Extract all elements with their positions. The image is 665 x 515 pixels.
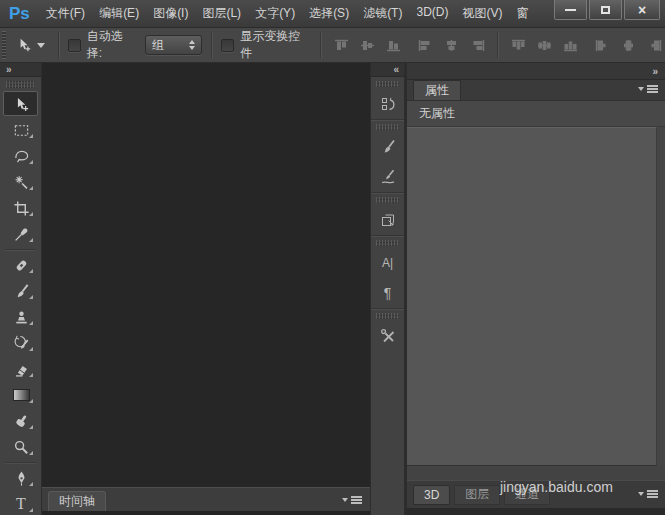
dock-divider [371, 192, 404, 193]
dock-expand-button[interactable]: « [371, 63, 404, 77]
align-right-edges-button[interactable] [466, 34, 488, 56]
dock-grip[interactable] [376, 124, 399, 130]
tool-crop[interactable] [0, 195, 42, 221]
distribute-top-edges-icon [510, 39, 527, 52]
dock-divider [371, 119, 404, 120]
brush-presets-panel-button[interactable] [371, 162, 404, 192]
tab-properties[interactable]: 属性 [413, 80, 461, 100]
tool-spot-healing-brush[interactable] [0, 252, 42, 278]
character-panel-button[interactable]: A| [371, 248, 404, 278]
menu-filter[interactable]: 滤镜(T) [363, 5, 402, 22]
distribute-horizontal-centers-button[interactable] [617, 34, 639, 56]
tool-move[interactable] [0, 91, 42, 117]
layer-comps-panel-button[interactable] [371, 205, 404, 235]
history-brush-icon [13, 335, 30, 352]
tool-lasso[interactable] [0, 143, 42, 169]
distribute-top-edges-button[interactable] [507, 34, 529, 56]
tool-presets-panel-button[interactable] [371, 321, 404, 351]
auto-select-scope-value: 组 [152, 37, 164, 54]
options-bar-grip[interactable] [2, 31, 6, 59]
tab-3d[interactable]: 3D [413, 485, 450, 505]
align-vertical-centers-button[interactable] [356, 34, 378, 56]
dock-divider [371, 308, 404, 309]
tool-eraser[interactable] [0, 356, 42, 382]
align-horizontal-centers-button[interactable] [440, 34, 462, 56]
align-top-edges-button[interactable] [330, 34, 352, 56]
close-icon: × [638, 2, 646, 18]
tool-brush[interactable] [0, 278, 42, 304]
distribute-left-edges-button[interactable] [591, 34, 613, 56]
tool-history-brush[interactable] [0, 330, 42, 356]
timeline-panel-bar: 时间轴 [42, 487, 370, 511]
minimize-button[interactable] [554, 0, 587, 20]
tab-timeline[interactable]: 时间轴 [48, 491, 106, 512]
bottom-panel-menu-icon[interactable] [638, 490, 658, 498]
dock-grip[interactable] [376, 81, 399, 87]
show-transform-label: 显示变换控件 [240, 28, 311, 62]
properties-tabbar: 属性 [407, 80, 665, 101]
brush-panel-button[interactable] [371, 132, 404, 162]
tab-layers[interactable]: 图层 [454, 485, 500, 505]
brush-panel-icon [380, 139, 396, 155]
menu-window-truncated[interactable]: 窗 [516, 5, 528, 22]
distribute-bottom-edges-button[interactable] [559, 34, 581, 56]
tools-panel-grip[interactable] [6, 81, 35, 88]
menu-file[interactable]: 文件(F) [46, 5, 85, 22]
distribute-right-edges-button[interactable] [643, 34, 665, 56]
menu-type[interactable]: 文字(Y) [255, 5, 295, 22]
tool-magic-wand[interactable] [0, 169, 42, 195]
tools-panel-collapse[interactable]: » [0, 63, 41, 77]
layer-comps-panel-icon [380, 212, 396, 228]
dock-grip[interactable] [376, 313, 399, 319]
character-panel-icon: A| [382, 256, 393, 270]
tool-rectangular-marquee[interactable] [0, 117, 42, 143]
right-panel-dock: » 属性 无属性 3D 图层 通道 [405, 63, 665, 515]
divider [58, 32, 59, 58]
tool-gradient[interactable] [0, 382, 42, 408]
divider [497, 32, 498, 58]
tool-clone-stamp[interactable] [0, 304, 42, 330]
distribute-vertical-centers-button[interactable] [533, 34, 555, 56]
paragraph-panel-button[interactable]: ¶ [371, 278, 404, 308]
align-bottom-edges-button[interactable] [382, 34, 404, 56]
timeline-panel-menu-icon[interactable] [342, 496, 362, 504]
menu-select[interactable]: 选择(S) [309, 5, 349, 22]
no-properties-message: 无属性 [407, 101, 665, 127]
tab-channels[interactable]: 通道 [504, 485, 550, 505]
menu-3d[interactable]: 3D(D) [416, 5, 448, 22]
show-transform-checkbox[interactable] [221, 39, 234, 52]
triangle-icon [638, 87, 644, 91]
menu-edit[interactable]: 编辑(E) [99, 5, 139, 22]
tool-horizontal-type[interactable]: T [0, 491, 42, 515]
properties-panel-menu-icon[interactable] [638, 85, 658, 93]
eyedropper-icon [13, 226, 30, 243]
tool-dodge[interactable] [0, 434, 42, 460]
menu-image[interactable]: 图像(I) [153, 5, 188, 22]
photoshop-logo-icon: Ps [9, 4, 30, 24]
right-dock-collapse-button[interactable]: » [407, 63, 665, 80]
maximize-button[interactable] [589, 0, 622, 20]
tool-preset-picker[interactable] [12, 35, 49, 55]
triangle-icon [342, 498, 348, 502]
collapsed-panel-dock: « [370, 63, 405, 515]
canvas-area [42, 63, 370, 487]
auto-select-label: 自动选择: [87, 28, 137, 62]
healing-brush-icon [13, 257, 30, 274]
close-button[interactable]: × [624, 0, 660, 20]
dock-grip[interactable] [376, 240, 399, 246]
dock-grip[interactable] [376, 197, 399, 203]
history-panel-button[interactable] [371, 89, 404, 119]
divider [320, 32, 321, 58]
menu-layer[interactable]: 图层(L) [202, 5, 241, 22]
tool-smudge[interactable] [0, 408, 42, 434]
auto-select-scope-dropdown[interactable]: 组 [145, 35, 202, 55]
distribute-right-edges-icon [646, 39, 663, 52]
menu-view[interactable]: 视图(V) [462, 5, 502, 22]
align-top-edges-icon [333, 39, 350, 52]
menubar: 文件(F) 编辑(E) 图像(I) 图层(L) 文字(Y) 选择(S) 滤镜(T… [46, 5, 549, 22]
tool-eyedropper[interactable] [0, 221, 42, 247]
align-left-edges-button[interactable] [414, 34, 436, 56]
crop-tool-icon [13, 200, 30, 217]
auto-select-checkbox[interactable] [68, 39, 81, 52]
tool-pen[interactable] [0, 465, 42, 491]
